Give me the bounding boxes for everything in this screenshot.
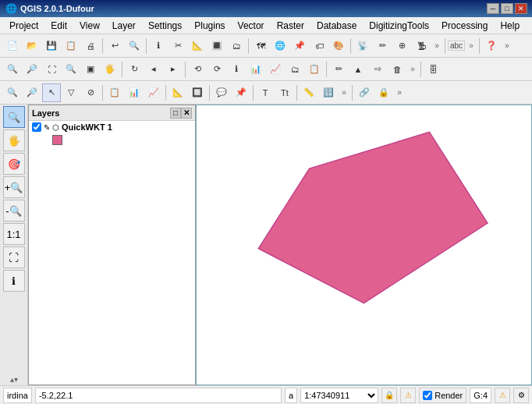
more-button-2[interactable]: » [466,37,477,55]
pan-button[interactable]: 🖐 [101,60,119,79]
measure2-button[interactable]: 📏 [300,83,318,102]
menu-edit[interactable]: Edit [44,18,73,34]
zoom-out-button[interactable]: 🔎 [23,60,41,79]
zoom-prev-button[interactable]: ◂ [144,60,163,79]
node-button[interactable]: ▲ [349,60,367,79]
identify-tool-button[interactable]: 🎯 [3,153,25,175]
menu-digitizingtools[interactable]: DigitizingTools [363,18,435,34]
layer-color-swatch[interactable] [52,135,62,145]
text-button[interactable]: T [256,83,275,102]
menu-help[interactable]: Help [494,18,526,34]
menu-layer[interactable]: Layer [106,18,142,34]
help-button[interactable]: ❓ [482,37,501,55]
open-project-button[interactable]: 📂 [23,37,41,55]
gps-button[interactable]: 📡 [353,37,372,55]
wms-button[interactable]: 🌐 [271,37,289,55]
move-button[interactable]: ⇨ [368,60,387,79]
annotation2-button[interactable]: 📌 [232,83,250,102]
info-tool-button[interactable]: ℹ [3,270,25,292]
maximize-button[interactable]: □ [501,3,513,14]
graph-button[interactable]: 📈 [144,83,163,102]
settings-icon[interactable]: ⚙ [513,388,529,403]
form-button[interactable]: 📋 [105,83,124,102]
overview-button[interactable]: 📋 [305,60,324,79]
menu-plugins[interactable]: Plugins [188,18,231,34]
edit-mode-button[interactable]: ✏ [329,60,348,79]
format-button[interactable]: Tt [275,83,294,102]
refresh-button[interactable]: ↻ [125,60,144,79]
digitize-button[interactable]: ✏ [373,37,392,55]
pan-tool-button[interactable]: 🖐 [3,129,25,151]
table-button[interactable]: 📊 [125,83,144,102]
lock-scale-button[interactable]: 🔒 [381,388,397,403]
histogram-button[interactable]: 📈 [266,60,285,79]
rotate-button[interactable]: ⟲ [188,60,207,79]
label-tool[interactable]: abc [448,41,465,51]
extent-tool-button[interactable]: ⛶ [3,246,25,268]
render-button[interactable]: Render [419,388,466,403]
select-tool-button[interactable]: 🔍 [3,106,25,128]
zoom-in-button[interactable]: 🔍 [3,60,22,79]
zoom-extent-button[interactable]: ⛶ [42,60,61,79]
db-button[interactable]: 🗄 [424,60,442,79]
identify2-button[interactable]: 🔍 [3,83,22,102]
menu-raster[interactable]: Raster [271,18,310,34]
ruler-button[interactable]: 📐 [168,83,187,102]
new-project-button[interactable]: 📄 [3,37,22,55]
snapping-button[interactable]: ⊕ [392,37,411,55]
redo-button[interactable]: 🔍 [125,37,144,55]
menu-database[interactable]: Database [310,18,363,34]
map-canvas[interactable] [196,105,532,385]
identify-button[interactable]: ℹ [149,37,168,55]
measure-button[interactable]: 📐 [188,37,207,55]
more-button-1[interactable]: » [431,37,442,55]
close-button[interactable]: ✕ [515,3,527,14]
zoom-selected-button[interactable]: ▣ [81,60,100,79]
rotate2-button[interactable]: ⟳ [207,60,226,79]
float-layers-button[interactable]: □ [170,108,181,119]
stats-button[interactable]: 📊 [246,60,265,79]
georef-button[interactable]: 🗜 [412,37,431,55]
layer-item[interactable]: ✎ ⬡ QuickWKT 1 [29,121,195,133]
deselect2-button[interactable]: ⊘ [81,83,100,102]
zoom-out-tool-button[interactable]: -🔍 [3,200,25,221]
tile-button[interactable]: 🗺 [251,37,270,55]
close-layers-button[interactable]: ✕ [181,108,192,119]
zoom-next-button[interactable]: ▸ [164,60,183,79]
minimize-button[interactable]: ─ [487,3,499,14]
ruler2-button[interactable]: 🔲 [188,83,207,102]
delete-button[interactable]: 🗑 [388,60,406,79]
menu-vector[interactable]: Vector [232,18,271,34]
select-button[interactable]: ✂ [168,37,187,55]
zoom-region-button[interactable]: 🔎 [23,83,41,102]
more-button-3[interactable]: » [502,37,512,55]
menu-project[interactable]: Project [3,18,44,34]
more-button-5[interactable]: » [339,83,349,102]
info-button[interactable]: ℹ [227,60,246,79]
menu-view[interactable]: View [73,18,106,34]
attributes-button[interactable]: 🗂 [227,37,246,55]
render-checkbox[interactable] [423,391,432,400]
zoom-in-tool-button[interactable]: +🔍 [3,176,25,198]
deselect-button[interactable]: 🔳 [207,37,226,55]
layer-visibility-checkbox[interactable] [32,122,41,132]
zoom-layer-button[interactable]: 🔍 [62,60,80,79]
more-button-4[interactable]: » [407,60,418,79]
layer-info-button[interactable]: 🗂 [286,60,304,79]
style-button[interactable]: 🎨 [329,37,348,55]
undo-button[interactable]: ↩ [105,37,124,55]
zoom-1-tool-button[interactable]: 1:1 [3,223,25,245]
snap-button[interactable]: 🔗 [355,83,374,102]
label-button[interactable]: 🏷 [310,37,328,55]
select-polygon-button[interactable]: ▽ [62,83,80,102]
scale-select[interactable]: 1:47340911 [300,388,378,403]
feature-button[interactable]: 📌 [290,37,309,55]
save-project-button[interactable]: 💾 [42,37,61,55]
snap2-button[interactable]: 🔒 [374,83,393,102]
annotation-button[interactable]: 💬 [212,83,231,102]
menu-processing[interactable]: Processing [435,18,494,34]
expand-button[interactable]: ▴▾ [10,375,18,384]
menu-settings[interactable]: Settings [142,18,188,34]
print-button[interactable]: 🖨 [81,37,100,55]
more-button-6[interactable]: » [394,83,405,102]
